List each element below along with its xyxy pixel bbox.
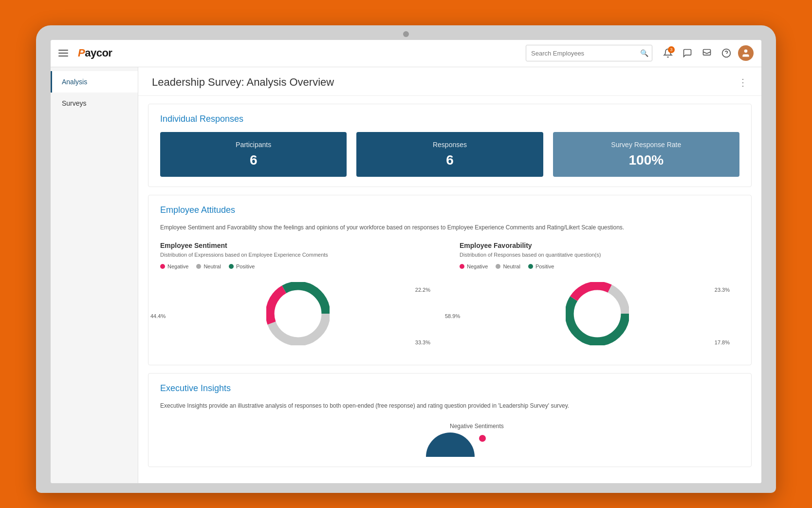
- favorability-donut-svg: [566, 282, 629, 345]
- charts-row: Employee Sentiment Distribution of Expre…: [160, 242, 739, 355]
- svg-point-3: [744, 50, 748, 53]
- executive-insights-title: Executive Insights: [160, 383, 739, 394]
- page-header: Leadership Survey: Analysis Overview ⋮: [138, 67, 761, 96]
- employee-attitudes-title: Employee Attitudes: [160, 205, 739, 215]
- executive-insights-section: Executive Insights Executive Insights pr…: [148, 373, 752, 467]
- participants-label: Participants: [170, 141, 337, 149]
- employee-attitudes-description: Employee Sentiment and Favorability show…: [160, 223, 739, 232]
- logo: Paycor: [78, 47, 112, 59]
- favorability-chart-legend: Negative Neutral Positive: [460, 263, 739, 269]
- sidebar-item-analysis[interactable]: Analysis: [51, 71, 138, 93]
- sidebar: Analysis Surveys: [51, 67, 138, 483]
- sentiment-legend-neutral: Neutral: [196, 263, 221, 269]
- sentiment-chart-legend: Negative Neutral Positive: [160, 263, 440, 269]
- negative-sentiments-dot: [479, 435, 486, 442]
- favorability-donut-area: 58.9%: [460, 277, 739, 355]
- participants-card: Participants 6: [160, 132, 347, 177]
- favorability-label-left: 58.9%: [445, 313, 460, 319]
- logo-text: Paycor: [78, 47, 112, 59]
- search-icon: 🔍: [640, 49, 648, 57]
- responses-label: Responses: [366, 141, 533, 149]
- sentiment-label-top-right: 22.2%: [415, 287, 430, 293]
- stats-row: Participants 6 Responses 6 Survey Respon…: [160, 132, 739, 177]
- user-avatar[interactable]: [738, 45, 754, 61]
- employee-attitudes-section: Employee Attitudes Employee Sentiment an…: [148, 195, 752, 365]
- favorability-donut-wrapper: [566, 282, 634, 350]
- chat-icon-button[interactable]: [680, 45, 695, 61]
- individual-responses-section: Individual Responses Participants 6 Resp…: [148, 104, 752, 187]
- svg-point-11: [578, 294, 616, 333]
- sentiment-donut-svg: [266, 282, 330, 345]
- response-rate-card: Survey Response Rate 100%: [553, 132, 739, 177]
- favorability-label-top-right: 23.3%: [715, 287, 730, 293]
- favorability-legend-negative-dot: [460, 264, 464, 269]
- sentiment-chart-subtitle: Distribution of Expressions based on Emp…: [160, 251, 440, 259]
- favorability-legend-positive: Positive: [528, 263, 554, 269]
- message-icon-button[interactable]: [699, 45, 715, 61]
- sentiment-legend-negative: Negative: [160, 263, 188, 269]
- content-area: Leadership Survey: Analysis Overview ⋮ I…: [138, 67, 761, 483]
- notification-bell-button[interactable]: 3: [660, 45, 676, 61]
- participants-value: 6: [170, 152, 337, 168]
- laptop-camera: [403, 31, 409, 37]
- favorability-legend-neutral: Neutral: [496, 263, 520, 269]
- sentiment-donut-area: 44.4%: [160, 277, 440, 355]
- logo-p: P: [78, 47, 85, 59]
- screen: Paycor 🔍 3: [51, 40, 761, 483]
- notification-badge: 3: [668, 46, 675, 53]
- responses-card: Responses 6: [356, 132, 543, 177]
- laptop-frame: Paycor 🔍 3: [36, 25, 776, 493]
- favorability-chart-title: Employee Favorability: [460, 242, 739, 249]
- sentiment-legend-neutral-dot: [196, 264, 201, 269]
- favorability-legend-positive-dot: [528, 264, 533, 269]
- sentiment-label-left: 44.4%: [150, 313, 166, 319]
- more-options-icon[interactable]: ⋮: [738, 76, 748, 88]
- sidebar-item-surveys[interactable]: Surveys: [51, 93, 138, 114]
- sentiment-label-bottom-right: 33.3%: [415, 339, 430, 345]
- responses-value: 6: [366, 152, 533, 168]
- individual-responses-title: Individual Responses: [160, 114, 739, 124]
- executive-insights-chart: Negative Sentiments: [160, 418, 739, 457]
- sentiment-legend-positive: Positive: [229, 263, 255, 269]
- sentiment-legend-positive-dot: [229, 264, 234, 269]
- favorability-legend-neutral-dot: [496, 264, 500, 269]
- executive-chart-arc: [421, 423, 480, 457]
- search-container: 🔍: [526, 45, 652, 61]
- sentiment-chart-container: Employee Sentiment Distribution of Expre…: [160, 242, 440, 355]
- search-input[interactable]: [526, 45, 652, 61]
- executive-insights-description: Executive Insights provide an illustrati…: [160, 401, 739, 410]
- favorability-chart-container: Employee Favorability Distribution of Re…: [460, 242, 739, 355]
- favorability-label-bottom-right: 17.8%: [715, 339, 730, 345]
- response-rate-value: 100%: [563, 152, 730, 168]
- nav-icons: 3: [660, 45, 754, 61]
- menu-icon[interactable]: [58, 47, 70, 59]
- response-rate-label: Survey Response Rate: [563, 141, 730, 149]
- favorability-chart-subtitle: Distribution of Responses based on quant…: [460, 251, 739, 259]
- svg-point-7: [278, 294, 317, 333]
- help-icon-button[interactable]: [719, 45, 734, 61]
- sentiment-legend-negative-dot: [160, 264, 165, 269]
- sentiment-donut-wrapper: [266, 282, 334, 350]
- favorability-legend-negative: Negative: [460, 263, 488, 269]
- page-title: Leadership Survey: Analysis Overview: [152, 76, 334, 89]
- main-layout: Analysis Surveys Leadership Survey: Anal…: [51, 67, 761, 483]
- sentiment-chart-title: Employee Sentiment: [160, 242, 440, 249]
- navbar: Paycor 🔍 3: [51, 40, 761, 67]
